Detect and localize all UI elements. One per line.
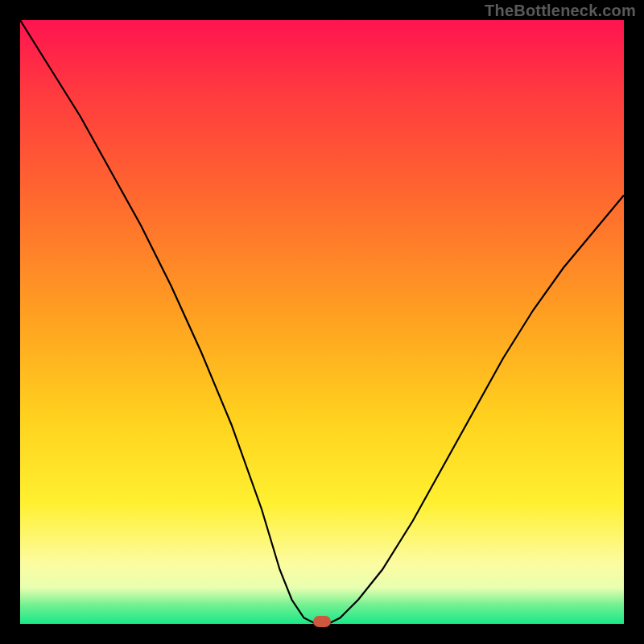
- minimum-marker: [313, 616, 331, 627]
- watermark-text: TheBottleneck.com: [485, 2, 636, 20]
- bottleneck-curve: [20, 20, 624, 624]
- curve-path: [20, 20, 624, 624]
- chart-gradient-background: [20, 20, 624, 624]
